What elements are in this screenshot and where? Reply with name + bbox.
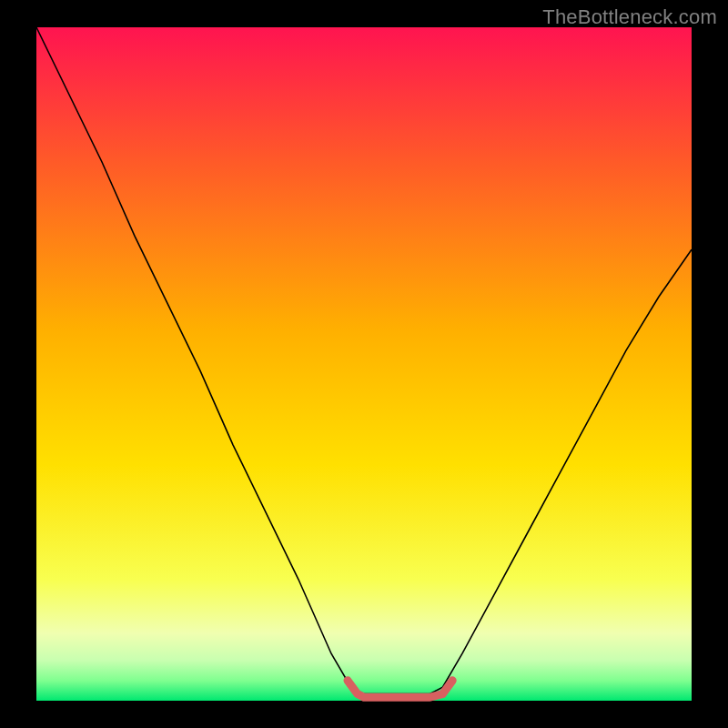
bottleneck-curve-chart [0,0,728,728]
chart-container: TheBottleneck.com [0,0,728,728]
attribution-label: TheBottleneck.com [542,5,717,29]
plot-background [36,27,692,701]
